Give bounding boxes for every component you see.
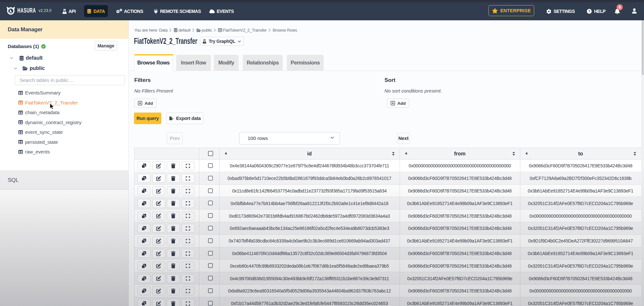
svg-text:?: ? bbox=[588, 9, 590, 13]
